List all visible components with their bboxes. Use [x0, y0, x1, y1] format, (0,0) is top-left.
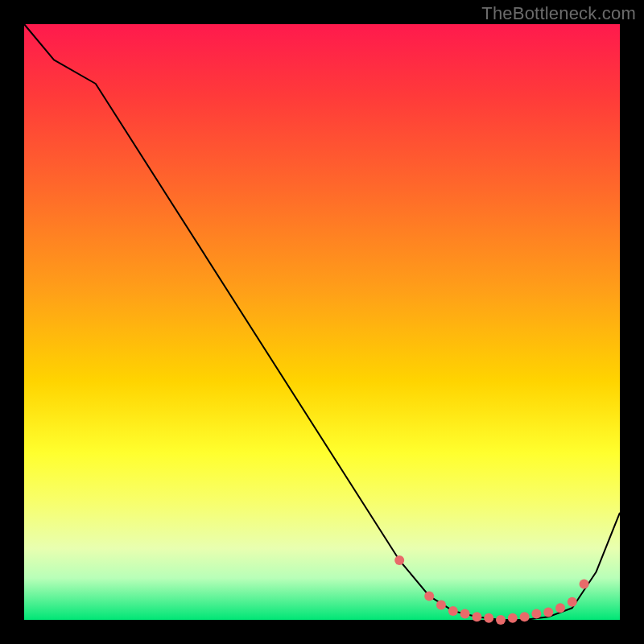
highlight-point [436, 601, 446, 610]
highlight-point [508, 613, 518, 623]
highlight-point [520, 612, 530, 621]
highlight-point [394, 555, 404, 565]
chart-svg [24, 24, 620, 620]
highlight-point [424, 591, 434, 601]
highlight-point [568, 597, 577, 607]
highlight-point [531, 609, 541, 619]
bottleneck-line [24, 24, 620, 620]
highlight-point [484, 613, 493, 623]
plot-area [24, 24, 620, 620]
chart-frame: TheBottleneck.com [0, 0, 644, 644]
attribution-text: TheBottleneck.com [481, 3, 636, 24]
curve-layer [24, 24, 620, 620]
highlight-point [472, 612, 481, 621]
highlight-point [580, 580, 589, 589]
highlight-point [460, 609, 470, 619]
highlight-point [555, 603, 565, 613]
highlight-point [448, 606, 458, 616]
highlight-point [543, 607, 553, 617]
highlight-point [496, 615, 506, 625]
